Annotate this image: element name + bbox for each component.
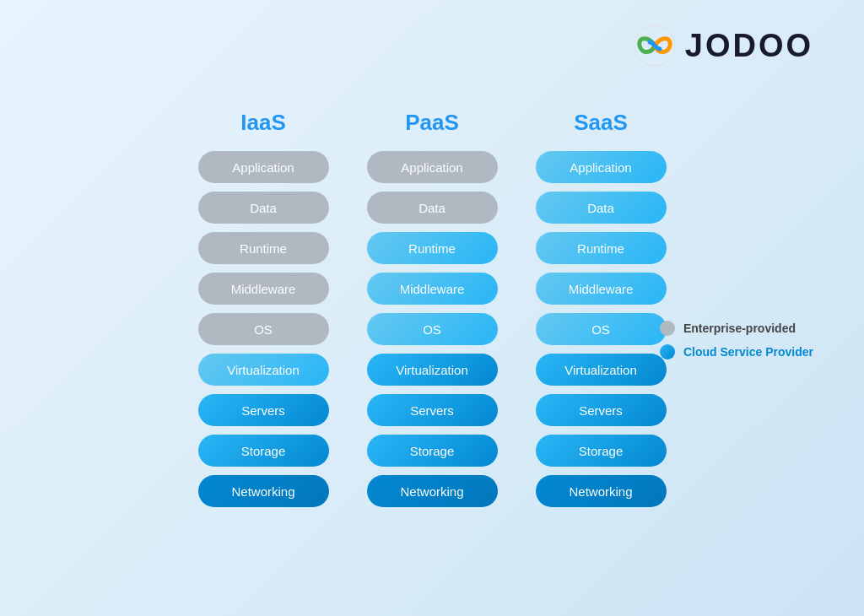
pill-saas-storage: Storage — [536, 435, 667, 467]
pill-saas-networking: Networking — [536, 475, 667, 507]
legend-dot-enterprise — [660, 321, 675, 336]
pill-iaas-middleware: Middleware — [198, 273, 329, 305]
pill-saas-application: Application — [536, 151, 667, 183]
pill-saas-os: OS — [536, 313, 667, 345]
pill-iaas-servers: Servers — [198, 394, 329, 426]
logo: JODOO — [633, 24, 813, 68]
pill-iaas-application: Application — [198, 151, 329, 183]
pill-iaas-virtualization: Virtualization — [198, 354, 329, 386]
pill-saas-servers: Servers — [536, 394, 667, 426]
column-title-iaas: IaaS — [240, 110, 286, 136]
pill-saas-data: Data — [536, 192, 667, 224]
pill-iaas-os: OS — [198, 313, 329, 345]
logo-text: JODOO — [685, 28, 813, 64]
pill-saas-virtualization: Virtualization — [536, 354, 667, 386]
pill-paas-runtime: Runtime — [367, 232, 498, 264]
pill-paas-networking: Networking — [367, 475, 498, 507]
pill-saas-middleware: Middleware — [536, 273, 667, 305]
pill-paas-middleware: Middleware — [367, 273, 498, 305]
pill-saas-runtime: Runtime — [536, 232, 667, 264]
column-iaas: IaaSApplicationDataRuntimeMiddlewareOSVi… — [179, 110, 348, 507]
column-title-saas: SaaS — [574, 110, 628, 136]
legend-dot-cloud — [660, 344, 675, 359]
pill-iaas-networking: Networking — [198, 475, 329, 507]
pill-iaas-runtime: Runtime — [198, 232, 329, 264]
legend-item-cloud: Cloud Service Provider — [660, 344, 813, 359]
legend: Enterprise-providedCloud Service Provide… — [660, 321, 813, 359]
pill-paas-storage: Storage — [367, 435, 498, 467]
pill-iaas-storage: Storage — [198, 435, 329, 467]
legend-label-enterprise: Enterprise-provided — [683, 322, 796, 335]
main-content: IaaSApplicationDataRuntimeMiddlewareOSVi… — [0, 110, 864, 507]
legend-item-enterprise: Enterprise-provided — [660, 321, 813, 336]
legend-label-cloud: Cloud Service Provider — [683, 345, 813, 359]
column-saas: SaaSApplicationDataRuntimeMiddlewareOSVi… — [516, 110, 685, 507]
pill-paas-os: OS — [367, 313, 498, 345]
pill-paas-virtualization: Virtualization — [367, 354, 498, 386]
pill-paas-servers: Servers — [367, 394, 498, 426]
column-paas: PaaSApplicationDataRuntimeMiddlewareOSVi… — [348, 110, 516, 507]
pill-paas-data: Data — [367, 192, 498, 224]
jodoo-logo-icon — [633, 24, 677, 68]
column-title-paas: PaaS — [405, 110, 459, 136]
pill-paas-application: Application — [367, 151, 498, 183]
pill-iaas-data: Data — [198, 192, 329, 224]
